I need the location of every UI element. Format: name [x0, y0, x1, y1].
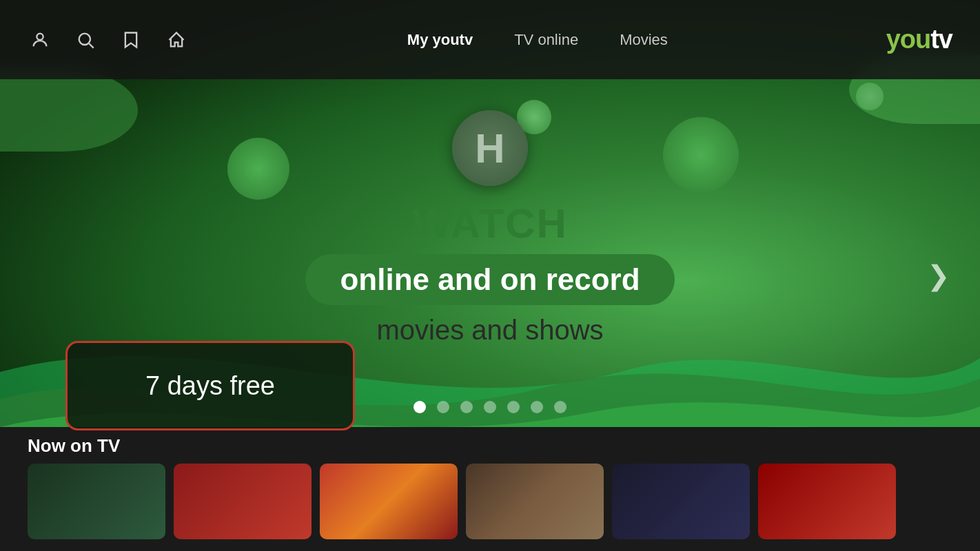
nav-icon-group: [28, 28, 189, 52]
bookmark-icon[interactable]: [119, 28, 143, 52]
nav-movies[interactable]: Movies: [620, 31, 668, 49]
carousel-dot-4[interactable]: [484, 401, 496, 413]
thumbnails-row: [0, 464, 980, 539]
thumbnail-2[interactable]: [174, 464, 312, 539]
next-arrow-icon: ❯: [927, 260, 950, 291]
carousel-dot-3[interactable]: [460, 401, 473, 413]
svg-point-0: [37, 33, 43, 39]
nav-links: My youtv TV online Movies: [407, 31, 668, 49]
hero-watch-label: WATCH: [412, 200, 568, 247]
svg-point-1: [79, 33, 90, 44]
navbar: My youtv TV online Movies youtv: [0, 0, 980, 79]
nav-tv-online[interactable]: TV online: [514, 31, 578, 49]
now-on-tv-section: Now on TV: [0, 427, 980, 551]
carousel-dot-6[interactable]: [531, 401, 543, 413]
days-free-button[interactable]: 7 days free: [65, 341, 355, 430]
thumbnail-1[interactable]: [28, 464, 165, 539]
next-arrow-button[interactable]: ❯: [918, 248, 959, 303]
now-on-tv-title: Now on TV: [28, 435, 120, 457]
carousel-dot-5[interactable]: [507, 401, 520, 413]
svg-line-2: [89, 43, 93, 48]
hero-content: H WATCH online and on record movies and …: [0, 110, 980, 366]
logo-you: you: [886, 25, 931, 54]
hero-subtitle-pill: online and on record: [305, 254, 674, 305]
channel-logo: H: [452, 110, 528, 186]
app-logo: youtv: [886, 25, 952, 54]
thumbnail-5[interactable]: [612, 464, 750, 539]
search-icon[interactable]: [73, 28, 98, 52]
carousel-dot-2[interactable]: [437, 401, 449, 413]
hero-subtitle-pill-text: online and on record: [340, 262, 640, 296]
days-free-label: 7 days free: [145, 371, 275, 401]
thumbnail-4[interactable]: [466, 464, 604, 539]
profile-icon[interactable]: [28, 28, 52, 52]
carousel-dot-1[interactable]: [414, 401, 426, 413]
decorative-blob-4: [856, 83, 884, 110]
thumbnail-6[interactable]: [758, 464, 896, 539]
nav-my-youtv[interactable]: My youtv: [407, 31, 473, 49]
channel-letter: H: [475, 125, 504, 172]
thumbnail-3[interactable]: [320, 464, 458, 539]
carousel-dots: [414, 401, 566, 413]
logo-tv: tv: [930, 25, 952, 54]
home-icon[interactable]: [164, 28, 189, 52]
carousel-dot-7[interactable]: [554, 401, 566, 413]
hero-subtitle2: movies and shows: [376, 315, 603, 346]
now-on-tv-header: Now on TV: [0, 427, 980, 464]
